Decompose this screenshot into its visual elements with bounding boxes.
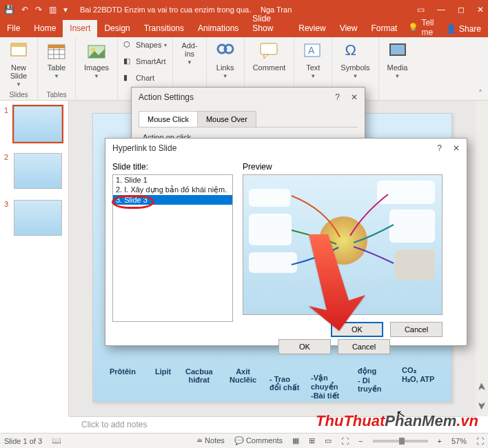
status-bar: Slide 1 of 3 📖 ≐ Notes 💬 Comments ▦ ⊞ ▭ … (0, 433, 488, 448)
tell-me-label: Tell me (421, 18, 439, 37)
share-button[interactable]: 👤Share (439, 21, 488, 37)
links-button[interactable]: Links ▼ (212, 40, 238, 81)
zoom-slider[interactable] (373, 440, 428, 442)
tab-file[interactable]: File (0, 20, 27, 37)
svg-rect-17 (391, 45, 405, 54)
notes-toggle[interactable]: ≐ Notes (196, 436, 225, 445)
shapes-button[interactable]: ⬡Shapes▾ (123, 40, 167, 50)
preview-thumbnail (243, 174, 443, 315)
svg-rect-12 (261, 43, 277, 54)
svg-marker-13 (264, 54, 268, 59)
view-reading-icon[interactable]: ▭ (325, 436, 332, 445)
thumbnail-2[interactable]: 2 (4, 153, 64, 189)
chart-icon: ▮ (123, 73, 133, 83)
comment-button[interactable]: Comment (250, 40, 289, 73)
spacer (96, 91, 98, 99)
list-item[interactable]: 1. Slide 1 (113, 175, 232, 185)
ribbon-group-media: Media ▼ (379, 37, 416, 100)
comments-toggle[interactable]: 💬 Comments (234, 436, 283, 445)
ribbon-options-icon[interactable]: ▭ (417, 5, 425, 14)
tab-mouse-over[interactable]: Mouse Over (197, 111, 256, 127)
list-item-selected[interactable]: 3. Slide 3 (113, 195, 232, 205)
spellcheck-icon[interactable]: 📖 (52, 436, 61, 445)
new-slide-label: New Slide (10, 63, 27, 80)
redo-icon[interactable]: ↷ (35, 5, 42, 14)
tab-home[interactable]: Home (27, 20, 63, 37)
slide-text-axit: Axit Nuclêic (230, 367, 256, 384)
watermark-part1: ThuThuat (316, 412, 385, 429)
cancel-button[interactable]: Cancel (390, 322, 443, 337)
text-label: Text (306, 63, 320, 72)
undo-icon[interactable]: ↶ (21, 5, 28, 14)
view-slideshow-icon[interactable]: ⛶ (341, 437, 349, 445)
images-label: Images (84, 63, 109, 72)
thumbnail-3-number: 3 (4, 200, 11, 208)
view-normal-icon[interactable]: ▦ (292, 436, 299, 445)
close-icon[interactable]: ✕ (453, 143, 460, 153)
symbols-button[interactable]: Ω Symbols ▼ (338, 40, 372, 81)
zoom-out-icon[interactable]: − (358, 437, 363, 445)
tab-mouse-click[interactable]: Mouse Click (139, 111, 198, 127)
table-button[interactable]: Table ▼ (43, 40, 70, 81)
watermark-part2: PhanMem (385, 412, 456, 429)
qat-dropdown-icon[interactable]: ▾ (63, 5, 68, 14)
help-icon[interactable]: ? (335, 92, 340, 102)
new-slide-button[interactable]: New Slide ▼ (6, 40, 32, 89)
minimize-icon[interactable]: — (437, 5, 445, 14)
media-label: Media (387, 63, 408, 72)
ribbon-tabs: File Home Insert Design Transitions Anim… (0, 19, 488, 37)
images-button[interactable]: Images ▼ (81, 40, 112, 81)
action-ok-button[interactable]: OK (278, 339, 331, 354)
media-button[interactable]: Media ▼ (385, 40, 411, 81)
collapse-ribbon-icon[interactable]: ˄ (473, 88, 488, 100)
text-button[interactable]: A Text ▼ (300, 40, 326, 81)
bulb-icon: 💡 (408, 23, 418, 32)
chevron-down-icon: ▼ (223, 73, 228, 79)
tab-review[interactable]: Review (292, 20, 332, 37)
tab-transitions[interactable]: Transitions (137, 20, 191, 37)
ribbon-group-images: Images ▼ (76, 37, 118, 100)
vertical-scrollbar[interactable]: ⮝ ⮟ (476, 101, 488, 416)
chevron-down-icon: ▼ (54, 73, 59, 79)
images-icon (86, 41, 107, 62)
fit-to-window-icon[interactable]: ⛶ (476, 437, 484, 445)
list-item[interactable]: 2. I. Xây dựng bản đồ khái niệm. (113, 185, 232, 195)
smartart-label: SmartArt (136, 57, 165, 65)
slide-title-listbox[interactable]: 1. Slide 1 2. I. Xây dựng bản đồ khái ni… (112, 174, 233, 322)
zoom-in-icon[interactable]: + (438, 437, 442, 445)
shapes-icon: ⬡ (123, 40, 133, 50)
prev-slide-icon[interactable]: ⮝ (478, 382, 486, 391)
dialog-hyperlink-to-slide: Hyperlink to Slide ?✕ Slide title: 1. Sl… (105, 138, 467, 346)
addins-label: Add- ins (181, 41, 197, 58)
addins-button[interactable]: Add- ins ▼ (179, 40, 200, 67)
tab-insert[interactable]: Insert (63, 20, 97, 37)
tell-me[interactable]: 💡Tell me (408, 18, 439, 37)
zoom-level[interactable]: 57% (451, 437, 467, 445)
view-sorter-icon[interactable]: ⊞ (309, 436, 315, 445)
tab-slideshow[interactable]: Slide Show (245, 10, 292, 37)
chevron-down-icon: ▼ (187, 59, 192, 65)
close-icon[interactable]: ✕ (477, 5, 484, 14)
thumbnail-1[interactable]: 1 (4, 106, 64, 142)
close-icon[interactable]: ✕ (351, 92, 358, 102)
thumbnail-3[interactable]: 3 (4, 200, 64, 236)
restore-icon[interactable]: ◻ (458, 5, 465, 14)
tab-animations[interactable]: Animations (191, 20, 245, 37)
next-slide-icon[interactable]: ⮟ (478, 401, 486, 411)
dialog-hyper-titlebar[interactable]: Hyperlink to Slide ?✕ (105, 139, 467, 158)
status-slide-info[interactable]: Slide 1 of 3 (4, 437, 42, 445)
tab-view[interactable]: View (333, 20, 365, 37)
ok-button[interactable]: OK (331, 322, 383, 337)
help-icon[interactable]: ? (437, 143, 442, 153)
notes-toggle-label: Notes (205, 436, 225, 445)
tab-format[interactable]: Format (364, 20, 404, 37)
start-from-beginning-icon[interactable]: ▥ (49, 5, 57, 14)
smartart-icon: ◧ (123, 57, 133, 66)
dialog-action-titlebar[interactable]: Action Settings ?✕ (132, 88, 365, 107)
chart-button[interactable]: ▮Chart (123, 73, 154, 83)
smartart-button[interactable]: ◧SmartArt (123, 57, 165, 66)
tab-design[interactable]: Design (97, 20, 136, 37)
action-cancel-button[interactable]: Cancel (338, 339, 390, 354)
save-icon[interactable]: 💾 (4, 5, 14, 14)
slide-title-label: Slide title: (112, 162, 233, 172)
